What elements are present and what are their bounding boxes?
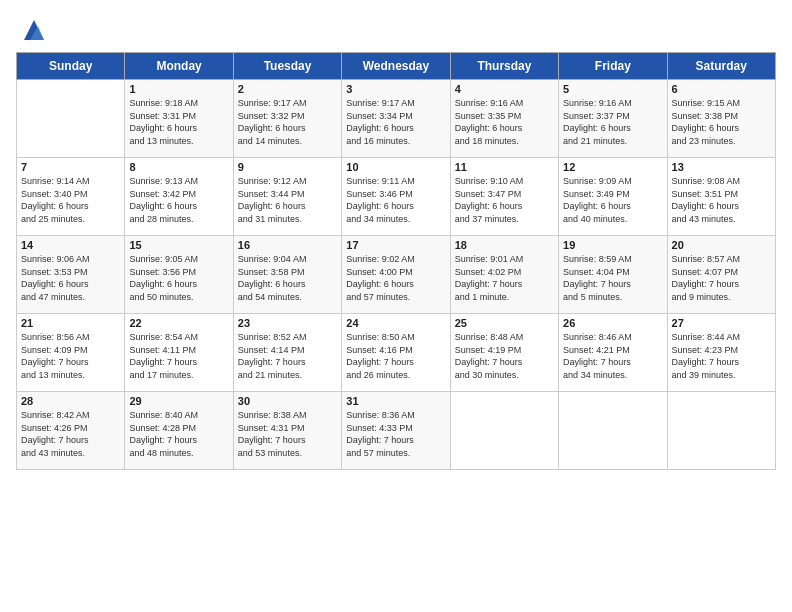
day-info: Sunrise: 9:09 AM Sunset: 3:49 PM Dayligh… xyxy=(563,175,662,225)
page: SundayMondayTuesdayWednesdayThursdayFrid… xyxy=(0,0,792,612)
day-number: 14 xyxy=(21,239,120,251)
day-number: 31 xyxy=(346,395,445,407)
day-info: Sunrise: 9:16 AM Sunset: 3:37 PM Dayligh… xyxy=(563,97,662,147)
calendar-cell: 18Sunrise: 9:01 AM Sunset: 4:02 PM Dayli… xyxy=(450,236,558,314)
day-number: 6 xyxy=(672,83,771,95)
calendar-cell xyxy=(559,392,667,470)
calendar-cell: 24Sunrise: 8:50 AM Sunset: 4:16 PM Dayli… xyxy=(342,314,450,392)
calendar-cell: 27Sunrise: 8:44 AM Sunset: 4:23 PM Dayli… xyxy=(667,314,775,392)
day-info: Sunrise: 8:59 AM Sunset: 4:04 PM Dayligh… xyxy=(563,253,662,303)
day-info: Sunrise: 8:46 AM Sunset: 4:21 PM Dayligh… xyxy=(563,331,662,381)
day-info: Sunrise: 9:11 AM Sunset: 3:46 PM Dayligh… xyxy=(346,175,445,225)
day-number: 17 xyxy=(346,239,445,251)
calendar-cell: 28Sunrise: 8:42 AM Sunset: 4:26 PM Dayli… xyxy=(17,392,125,470)
day-number: 22 xyxy=(129,317,228,329)
day-header-sunday: Sunday xyxy=(17,53,125,80)
day-info: Sunrise: 9:17 AM Sunset: 3:32 PM Dayligh… xyxy=(238,97,337,147)
calendar-cell: 9Sunrise: 9:12 AM Sunset: 3:44 PM Daylig… xyxy=(233,158,341,236)
day-info: Sunrise: 8:44 AM Sunset: 4:23 PM Dayligh… xyxy=(672,331,771,381)
header xyxy=(16,16,776,44)
calendar-cell: 8Sunrise: 9:13 AM Sunset: 3:42 PM Daylig… xyxy=(125,158,233,236)
day-info: Sunrise: 8:36 AM Sunset: 4:33 PM Dayligh… xyxy=(346,409,445,459)
week-row-5: 28Sunrise: 8:42 AM Sunset: 4:26 PM Dayli… xyxy=(17,392,776,470)
day-info: Sunrise: 8:40 AM Sunset: 4:28 PM Dayligh… xyxy=(129,409,228,459)
calendar-cell: 6Sunrise: 9:15 AM Sunset: 3:38 PM Daylig… xyxy=(667,80,775,158)
day-info: Sunrise: 8:57 AM Sunset: 4:07 PM Dayligh… xyxy=(672,253,771,303)
day-header-thursday: Thursday xyxy=(450,53,558,80)
day-number: 4 xyxy=(455,83,554,95)
day-info: Sunrise: 8:54 AM Sunset: 4:11 PM Dayligh… xyxy=(129,331,228,381)
calendar-table: SundayMondayTuesdayWednesdayThursdayFrid… xyxy=(16,52,776,470)
day-number: 18 xyxy=(455,239,554,251)
calendar-cell: 17Sunrise: 9:02 AM Sunset: 4:00 PM Dayli… xyxy=(342,236,450,314)
day-number: 9 xyxy=(238,161,337,173)
day-number: 29 xyxy=(129,395,228,407)
week-row-1: 1Sunrise: 9:18 AM Sunset: 3:31 PM Daylig… xyxy=(17,80,776,158)
day-number: 7 xyxy=(21,161,120,173)
day-number: 11 xyxy=(455,161,554,173)
day-number: 23 xyxy=(238,317,337,329)
calendar-cell: 11Sunrise: 9:10 AM Sunset: 3:47 PM Dayli… xyxy=(450,158,558,236)
day-number: 5 xyxy=(563,83,662,95)
day-info: Sunrise: 9:18 AM Sunset: 3:31 PM Dayligh… xyxy=(129,97,228,147)
calendar-cell: 16Sunrise: 9:04 AM Sunset: 3:58 PM Dayli… xyxy=(233,236,341,314)
day-number: 8 xyxy=(129,161,228,173)
day-info: Sunrise: 9:16 AM Sunset: 3:35 PM Dayligh… xyxy=(455,97,554,147)
day-number: 2 xyxy=(238,83,337,95)
calendar-cell xyxy=(450,392,558,470)
header-row: SundayMondayTuesdayWednesdayThursdayFrid… xyxy=(17,53,776,80)
day-info: Sunrise: 8:50 AM Sunset: 4:16 PM Dayligh… xyxy=(346,331,445,381)
day-info: Sunrise: 9:01 AM Sunset: 4:02 PM Dayligh… xyxy=(455,253,554,303)
day-number: 27 xyxy=(672,317,771,329)
calendar-cell: 3Sunrise: 9:17 AM Sunset: 3:34 PM Daylig… xyxy=(342,80,450,158)
calendar-cell: 4Sunrise: 9:16 AM Sunset: 3:35 PM Daylig… xyxy=(450,80,558,158)
calendar-cell: 26Sunrise: 8:46 AM Sunset: 4:21 PM Dayli… xyxy=(559,314,667,392)
calendar-cell: 5Sunrise: 9:16 AM Sunset: 3:37 PM Daylig… xyxy=(559,80,667,158)
day-info: Sunrise: 8:48 AM Sunset: 4:19 PM Dayligh… xyxy=(455,331,554,381)
week-row-3: 14Sunrise: 9:06 AM Sunset: 3:53 PM Dayli… xyxy=(17,236,776,314)
calendar-cell: 22Sunrise: 8:54 AM Sunset: 4:11 PM Dayli… xyxy=(125,314,233,392)
day-info: Sunrise: 9:08 AM Sunset: 3:51 PM Dayligh… xyxy=(672,175,771,225)
calendar-cell xyxy=(667,392,775,470)
day-header-saturday: Saturday xyxy=(667,53,775,80)
day-header-friday: Friday xyxy=(559,53,667,80)
day-number: 12 xyxy=(563,161,662,173)
day-info: Sunrise: 9:06 AM Sunset: 3:53 PM Dayligh… xyxy=(21,253,120,303)
calendar-cell: 13Sunrise: 9:08 AM Sunset: 3:51 PM Dayli… xyxy=(667,158,775,236)
logo-icon xyxy=(20,16,48,44)
day-number: 30 xyxy=(238,395,337,407)
day-info: Sunrise: 9:14 AM Sunset: 3:40 PM Dayligh… xyxy=(21,175,120,225)
day-number: 1 xyxy=(129,83,228,95)
day-info: Sunrise: 9:12 AM Sunset: 3:44 PM Dayligh… xyxy=(238,175,337,225)
day-number: 20 xyxy=(672,239,771,251)
calendar-cell xyxy=(17,80,125,158)
calendar-cell: 10Sunrise: 9:11 AM Sunset: 3:46 PM Dayli… xyxy=(342,158,450,236)
day-header-tuesday: Tuesday xyxy=(233,53,341,80)
day-info: Sunrise: 8:38 AM Sunset: 4:31 PM Dayligh… xyxy=(238,409,337,459)
calendar-cell: 31Sunrise: 8:36 AM Sunset: 4:33 PM Dayli… xyxy=(342,392,450,470)
day-info: Sunrise: 8:56 AM Sunset: 4:09 PM Dayligh… xyxy=(21,331,120,381)
day-number: 24 xyxy=(346,317,445,329)
day-info: Sunrise: 9:04 AM Sunset: 3:58 PM Dayligh… xyxy=(238,253,337,303)
calendar-cell: 25Sunrise: 8:48 AM Sunset: 4:19 PM Dayli… xyxy=(450,314,558,392)
day-number: 28 xyxy=(21,395,120,407)
calendar-cell: 15Sunrise: 9:05 AM Sunset: 3:56 PM Dayli… xyxy=(125,236,233,314)
day-info: Sunrise: 9:10 AM Sunset: 3:47 PM Dayligh… xyxy=(455,175,554,225)
day-number: 16 xyxy=(238,239,337,251)
day-number: 3 xyxy=(346,83,445,95)
day-number: 25 xyxy=(455,317,554,329)
day-number: 26 xyxy=(563,317,662,329)
day-number: 13 xyxy=(672,161,771,173)
day-number: 10 xyxy=(346,161,445,173)
day-info: Sunrise: 9:17 AM Sunset: 3:34 PM Dayligh… xyxy=(346,97,445,147)
calendar-cell: 2Sunrise: 9:17 AM Sunset: 3:32 PM Daylig… xyxy=(233,80,341,158)
calendar-cell: 29Sunrise: 8:40 AM Sunset: 4:28 PM Dayli… xyxy=(125,392,233,470)
day-number: 19 xyxy=(563,239,662,251)
day-info: Sunrise: 9:13 AM Sunset: 3:42 PM Dayligh… xyxy=(129,175,228,225)
calendar-cell: 21Sunrise: 8:56 AM Sunset: 4:09 PM Dayli… xyxy=(17,314,125,392)
logo xyxy=(16,16,48,44)
day-info: Sunrise: 8:52 AM Sunset: 4:14 PM Dayligh… xyxy=(238,331,337,381)
calendar-cell: 20Sunrise: 8:57 AM Sunset: 4:07 PM Dayli… xyxy=(667,236,775,314)
week-row-4: 21Sunrise: 8:56 AM Sunset: 4:09 PM Dayli… xyxy=(17,314,776,392)
day-info: Sunrise: 8:42 AM Sunset: 4:26 PM Dayligh… xyxy=(21,409,120,459)
